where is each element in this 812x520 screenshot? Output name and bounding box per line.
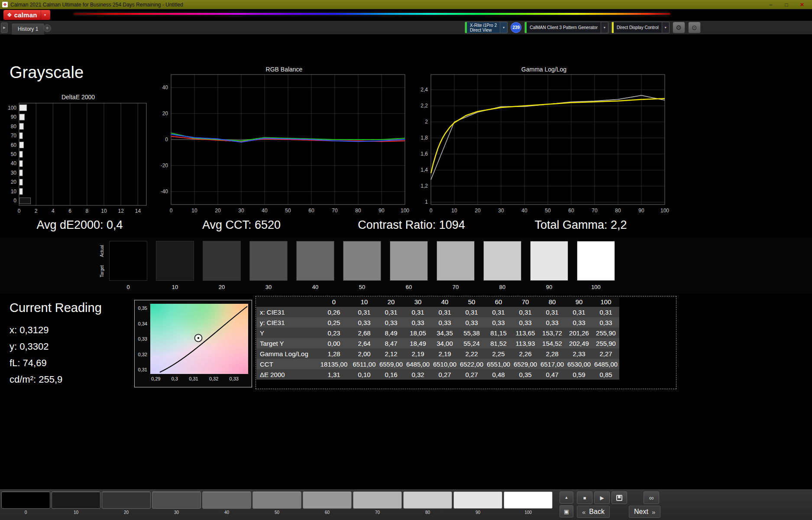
svg-text:0: 0 xyxy=(430,208,433,214)
stop-icon[interactable]: ■ xyxy=(577,491,592,504)
display-control-name: Direct Display Control xyxy=(617,25,659,30)
table-cell: 34,00 xyxy=(431,338,458,348)
link-icon[interactable]: ∞ xyxy=(644,491,659,504)
next-button[interactable]: Next » xyxy=(629,506,660,518)
pattern-button-0[interactable]: 0 xyxy=(1,491,50,515)
pattern-button-10[interactable]: 10 xyxy=(52,491,100,515)
spectrum-strip xyxy=(74,13,670,15)
pattern-swatch[interactable] xyxy=(152,491,201,509)
pattern-swatch[interactable] xyxy=(102,491,151,509)
readings-table: 0102030405060708090100x: CIE310,260,310,… xyxy=(256,297,619,380)
svg-text:100: 100 xyxy=(660,208,669,214)
patch-row-labels: Actual Target xyxy=(97,241,106,282)
pattern-swatch[interactable] xyxy=(1,491,50,509)
svg-text:-40: -40 xyxy=(161,188,168,195)
table-cell: 255,90 xyxy=(592,328,619,338)
patch-level-label: 20 xyxy=(203,284,241,290)
close-icon[interactable]: ✕ xyxy=(794,0,810,9)
pattern-button-40[interactable]: 40 xyxy=(202,491,251,515)
expand-up-icon[interactable]: ▲ xyxy=(560,491,573,504)
pattern-swatch[interactable] xyxy=(303,491,352,509)
grayscale-patch-0: 0 xyxy=(109,241,147,290)
svg-text:100: 100 xyxy=(401,208,409,214)
pattern-swatch[interactable] xyxy=(353,491,402,509)
pattern-swatch[interactable] xyxy=(403,491,452,509)
pattern-level-label: 40 xyxy=(202,510,251,515)
cie-y-tick: 0,35 xyxy=(138,306,147,311)
cie-y-tick: 0,33 xyxy=(138,336,147,341)
pattern-swatch[interactable] xyxy=(453,491,502,509)
svg-text:14: 14 xyxy=(135,208,141,214)
table-cell: 2,68 xyxy=(351,328,378,338)
brand-bar: ❖ calman ▼ xyxy=(0,9,812,21)
meter-mode: Direct View xyxy=(470,28,497,32)
maximize-icon[interactable]: □ xyxy=(779,0,794,9)
chevron-left-icon: « xyxy=(582,508,586,516)
pattern-button-80[interactable]: 80 xyxy=(403,491,452,515)
svg-text:8: 8 xyxy=(85,208,88,214)
power-icon[interactable]: ⊙ xyxy=(688,22,701,33)
minimize-icon[interactable]: – xyxy=(763,0,779,9)
svg-text:1,6: 1,6 xyxy=(421,151,428,157)
sidebar-expand-button[interactable]: ▶ xyxy=(1,23,8,33)
svg-text:2,4: 2,4 xyxy=(421,87,428,93)
save-icon xyxy=(616,495,622,501)
table-cell: 6510,00 xyxy=(431,359,458,369)
gamma-chart: 010203040506070809010011,21,41,61,822,22… xyxy=(416,73,672,216)
pattern-swatch[interactable] xyxy=(504,491,553,509)
table-col-header: 60 xyxy=(485,297,512,307)
display-control-dropdown[interactable]: Direct Display Control ▼ xyxy=(611,22,670,33)
chevron-down-icon[interactable]: ▼ xyxy=(500,22,507,33)
calman-logo-button[interactable]: ❖ calman ▼ xyxy=(3,10,50,20)
table-cell: 0,33 xyxy=(539,317,566,328)
add-tab-button[interactable]: + xyxy=(43,24,51,32)
pattern-button-50[interactable]: 50 xyxy=(252,491,301,515)
table-col-header: 30 xyxy=(404,297,431,307)
patch-swatch xyxy=(530,241,568,281)
pattern-button-30[interactable]: 30 xyxy=(152,491,201,515)
svg-text:60: 60 xyxy=(11,142,17,148)
pattern-swatch[interactable] xyxy=(252,491,301,509)
pattern-swatch[interactable] xyxy=(202,491,251,509)
meter-dropdown[interactable]: X-Rite i1Pro 2 Direct View ▼ xyxy=(465,22,508,33)
table-cell: 0,59 xyxy=(566,369,592,380)
row-label: ΔE 2000 xyxy=(256,369,317,380)
svg-text:20: 20 xyxy=(11,179,17,185)
pattern-button-60[interactable]: 60 xyxy=(303,491,352,515)
play-icon[interactable]: ▶ xyxy=(594,491,610,504)
pattern-level-label: 90 xyxy=(453,510,502,515)
reading-fl: fL: 74,69 xyxy=(10,355,102,371)
cie-x-tick: 0,3 xyxy=(171,376,178,381)
cie-y-axis: 0,350,340,330,320,31 xyxy=(136,304,149,374)
pattern-button-70[interactable]: 70 xyxy=(353,491,402,515)
svg-text:0: 0 xyxy=(13,198,16,204)
patch-level-label: 0 xyxy=(109,284,147,290)
save-button[interactable] xyxy=(611,491,627,504)
chevron-down-icon[interactable]: ▼ xyxy=(662,22,669,33)
svg-text:6: 6 xyxy=(68,208,71,214)
back-button[interactable]: « Back xyxy=(577,506,610,518)
row-label: Gamma Log/Log xyxy=(256,348,317,359)
target-row-label: Target xyxy=(97,261,106,282)
chevron-down-icon[interactable]: ▼ xyxy=(601,22,608,33)
patch-swatch xyxy=(249,241,288,281)
pattern-button-90[interactable]: 90 xyxy=(453,491,502,515)
svg-text:20: 20 xyxy=(475,208,481,214)
grayscale-patch-70: 70 xyxy=(437,241,475,290)
current-reading-panel: Current Reading x: 0,3129 y: 0,3302 fL: … xyxy=(10,301,102,388)
chevron-down-icon[interactable]: ▼ xyxy=(41,10,49,20)
pattern-button-20[interactable]: 20 xyxy=(102,491,151,515)
pattern-generator-dropdown[interactable]: CalMAN Client 3 Pattern Generator ▼ xyxy=(524,22,608,33)
pattern-swatch[interactable] xyxy=(52,491,100,509)
pattern-button-100[interactable]: 100 xyxy=(504,491,553,515)
tab-history-1[interactable]: History 1 xyxy=(11,23,45,35)
gear-icon[interactable]: ⚙ xyxy=(673,22,685,33)
table-cell: 0,33 xyxy=(404,317,431,328)
cie-chromaticity-chart: 0,350,340,330,320,31 0,290,30,310,320,33 xyxy=(134,300,252,387)
patch-level-label: 70 xyxy=(437,284,475,290)
svg-text:90: 90 xyxy=(379,208,385,214)
pattern-window-icon[interactable]: ▣ xyxy=(560,505,573,517)
chevron-right-icon: » xyxy=(652,508,655,516)
table-cell: 0,10 xyxy=(351,369,378,380)
grayscale-patch-strip: Actual Target 0102030405060708090100 xyxy=(0,237,812,294)
